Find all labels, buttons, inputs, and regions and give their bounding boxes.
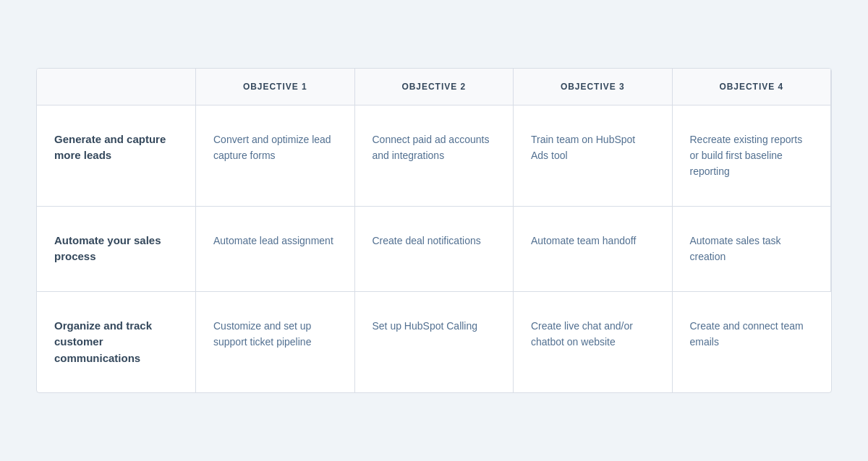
row3-obj1: Customize and set up support ticket pipe… <box>196 292 355 393</box>
row-label-3: Organize and track customer communicatio… <box>37 292 196 393</box>
header-objective-4: OBJECTIVE 4 <box>673 69 832 105</box>
row2-obj2: Create deal notifications <box>355 207 514 292</box>
row3-obj4: Create and connect team emails <box>673 292 832 393</box>
row1-obj2: Connect paid ad accounts and integration… <box>355 105 514 207</box>
objectives-table: OBJECTIVE 1 OBJECTIVE 2 OBJECTIVE 3 OBJE… <box>36 68 832 394</box>
row3-obj2: Set up HubSpot Calling <box>355 292 514 393</box>
header-objective-3: OBJECTIVE 3 <box>514 69 673 105</box>
header-objective-1: OBJECTIVE 1 <box>196 69 355 105</box>
row-label-1: Generate and capture more leads <box>37 105 196 207</box>
row1-obj4: Recreate existing reports or build first… <box>673 105 832 207</box>
row1-obj3: Train team on HubSpot Ads tool <box>514 105 673 207</box>
row2-obj3: Automate team handoff <box>514 207 673 292</box>
row3-obj3: Create live chat and/or chatbot on websi… <box>514 292 673 393</box>
header-empty <box>37 69 196 105</box>
row2-obj4: Automate sales task creation <box>673 207 832 292</box>
table-grid: OBJECTIVE 1 OBJECTIVE 2 OBJECTIVE 3 OBJE… <box>37 69 831 393</box>
header-objective-2: OBJECTIVE 2 <box>355 69 514 105</box>
row1-obj1: Convert and optimize lead capture forms <box>196 105 355 207</box>
row2-obj1: Automate lead assignment <box>196 207 355 292</box>
row-label-2: Automate your sales process <box>37 207 196 292</box>
